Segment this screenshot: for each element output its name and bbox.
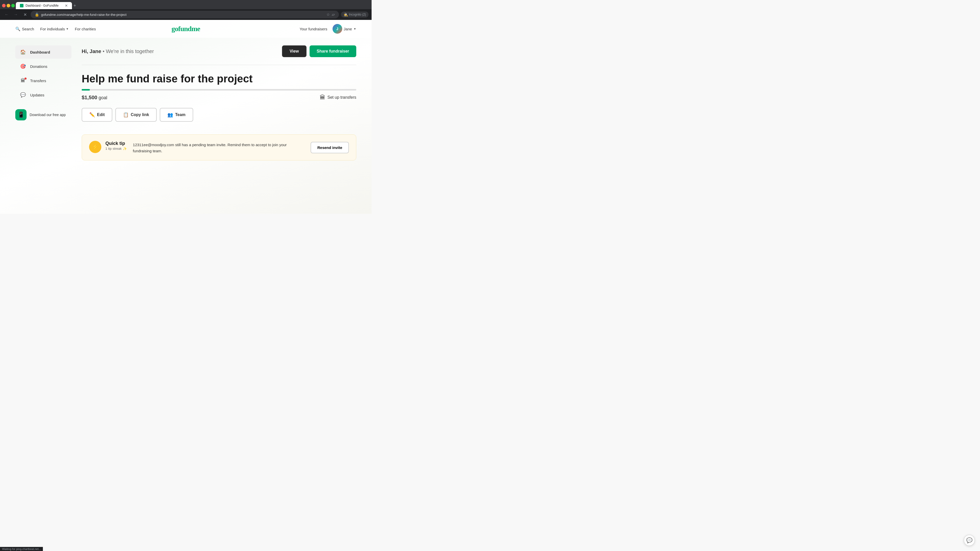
- incognito-badge: 🕵 Incognito (2): [341, 11, 369, 17]
- edit-icon: ✏️: [89, 112, 95, 118]
- user-menu-chevron: ▼: [353, 27, 356, 30]
- back-btn[interactable]: ←: [3, 11, 10, 18]
- search-button[interactable]: 🔍 Search: [15, 27, 34, 32]
- tab-favicon: [20, 4, 24, 7]
- copy-link-button[interactable]: 📋 Copy link: [115, 108, 157, 122]
- incognito-label: Incognito (2): [349, 13, 366, 16]
- sidebar: 🏠 Dashboard 🎯 Donations 🏛 Transfers 💬 Up…: [15, 45, 72, 160]
- for-individuals-nav[interactable]: For individuals ▼: [40, 27, 69, 31]
- page-layout: 🏠 Dashboard 🎯 Donations 🏛 Transfers 💬 Up…: [0, 38, 372, 168]
- reload-btn[interactable]: ✕: [21, 11, 29, 18]
- team-label: Team: [175, 113, 186, 117]
- set-up-transfers-label: Set up transfers: [328, 95, 356, 100]
- url-display: gofundme.com/manage/help-me-fund-raise-f…: [41, 13, 325, 17]
- tab-close-circle: [2, 4, 6, 7]
- download-app[interactable]: 📱 Download our free app: [15, 109, 72, 121]
- tip-streak-label: 1 tip streak: [105, 147, 122, 151]
- active-tab[interactable]: Dashboard - GoFundMe ✕: [16, 2, 72, 9]
- tip-lightning-icon: ⚡: [89, 141, 101, 153]
- goal-label: goal: [99, 95, 107, 100]
- greeting: Hi, Jane • We're in this together: [82, 48, 154, 54]
- progress-bar-container: [82, 89, 356, 91]
- bank-icon: 🏛: [320, 94, 325, 101]
- address-bar-row: ← → ✕ 🔒 gofundme.com/manage/help-me-fund…: [0, 9, 372, 20]
- copy-link-label: Copy link: [130, 113, 149, 117]
- home-icon: 🏠: [19, 48, 27, 56]
- for-individuals-label: For individuals: [40, 27, 65, 31]
- action-buttons: ✏️ Edit 📋 Copy link 👥 Team: [82, 108, 356, 122]
- page-background: 🔍 Search For individuals ▼ For charities…: [0, 20, 372, 214]
- greeting-subtitle: We're in this together: [106, 48, 154, 54]
- updates-icon: 💬: [19, 91, 27, 98]
- quick-tip-left: ⚡ Quick tip 1 tip streak ✨: [89, 141, 127, 153]
- tip-streak: 1 tip streak ✨: [105, 147, 127, 151]
- greeting-name: Hi, Jane: [82, 48, 101, 54]
- header-left: 🔍 Search For individuals ▼ For charities: [15, 27, 96, 32]
- resend-invite-button[interactable]: Resend invite: [310, 142, 349, 153]
- tab-maximize-circle: [11, 4, 15, 7]
- goal-row: $1,500 goal 🏛 Set up transfers: [82, 94, 356, 101]
- sidebar-updates-label: Updates: [30, 93, 45, 97]
- edit-button[interactable]: ✏️ Edit: [82, 108, 112, 122]
- your-fundraisers-link[interactable]: Your fundraisers: [300, 27, 328, 31]
- bookmark-icon[interactable]: ☆: [326, 12, 330, 17]
- copy-icon: 📋: [123, 112, 129, 118]
- quick-tip-section: ⚡ Quick tip 1 tip streak ✨ 12311ee@moodj…: [82, 135, 356, 160]
- team-button[interactable]: 👥 Team: [160, 108, 193, 122]
- tab-bar: Dashboard - GoFundMe ✕ +: [0, 0, 372, 9]
- view-button[interactable]: View: [282, 45, 307, 57]
- header-right: Your fundraisers J Jane ▼: [300, 24, 356, 34]
- sidebar-item-transfers[interactable]: 🏛 Transfers: [15, 74, 72, 87]
- set-up-transfers-link[interactable]: 🏛 Set up transfers: [320, 94, 356, 101]
- sidebar-item-dashboard[interactable]: 🏠 Dashboard: [15, 45, 72, 59]
- sidebar-toggle-icon[interactable]: ▱: [332, 12, 335, 17]
- lock-icon: 🔒: [35, 13, 39, 17]
- user-avatar: J: [332, 24, 342, 34]
- donations-icon: 🎯: [19, 63, 27, 70]
- goal-amount: $1,500: [82, 95, 97, 100]
- sidebar-transfers-label: Transfers: [30, 79, 46, 83]
- sidebar-item-updates[interactable]: 💬 Updates: [15, 88, 72, 102]
- sidebar-donations-label: Donations: [30, 64, 48, 68]
- logo[interactable]: gofundme: [172, 25, 200, 33]
- progress-bar-fill: [82, 89, 90, 91]
- for-charities-label: For charities: [75, 27, 96, 31]
- download-app-label: Download our free app: [30, 113, 66, 117]
- tip-message: 12311ee@moodjoy.com still has a pending …: [133, 141, 305, 154]
- tab-minimize-circle: [6, 4, 10, 7]
- edit-label: Edit: [97, 113, 105, 117]
- tab-close-btn[interactable]: ✕: [65, 3, 68, 8]
- incognito-icon: 🕵: [344, 13, 348, 17]
- notification-dot: [24, 78, 27, 79]
- sparkle-icon: ✨: [123, 147, 127, 151]
- address-bar-icons: ☆ ▱: [326, 12, 335, 17]
- browser-chrome: Dashboard - GoFundMe ✕ + ← → ✕ 🔒 gofundm…: [0, 0, 372, 20]
- new-tab-btn[interactable]: +: [73, 4, 76, 7]
- user-menu[interactable]: J Jane ▼: [332, 24, 356, 34]
- sidebar-dashboard-label: Dashboard: [30, 50, 50, 54]
- tip-title: Quick tip: [105, 141, 127, 146]
- user-name: Jane: [344, 27, 352, 31]
- fundraiser-title: Help me fund raise for the project: [82, 73, 356, 85]
- search-icon: 🔍: [15, 27, 21, 32]
- transfers-icon-wrapper: 🏛: [19, 77, 27, 84]
- site-header: 🔍 Search For individuals ▼ For charities…: [0, 20, 372, 38]
- sidebar-item-donations[interactable]: 🎯 Donations: [15, 60, 72, 73]
- for-charities-nav[interactable]: For charities: [75, 27, 96, 31]
- search-label: Search: [22, 27, 34, 31]
- tip-content: Quick tip 1 tip streak ✨: [105, 141, 127, 151]
- main-content: Hi, Jane • We're in this together View S…: [82, 45, 356, 160]
- chevron-down-icon: ▼: [66, 27, 68, 30]
- app-store-icon: 📱: [15, 109, 27, 121]
- address-bar[interactable]: 🔒 gofundme.com/manage/help-me-fund-raise…: [30, 11, 339, 18]
- top-bar: Hi, Jane • We're in this together View S…: [82, 45, 356, 57]
- forward-btn[interactable]: →: [12, 11, 19, 18]
- top-actions: View Share fundraiser: [282, 45, 356, 57]
- share-fundraiser-button[interactable]: Share fundraiser: [310, 45, 356, 57]
- goal-text: $1,500 goal: [82, 95, 107, 100]
- team-icon: 👥: [167, 112, 173, 118]
- greeting-separator: •: [103, 48, 106, 54]
- divider: [82, 65, 356, 65]
- tab-title: Dashboard - GoFundMe: [25, 4, 63, 7]
